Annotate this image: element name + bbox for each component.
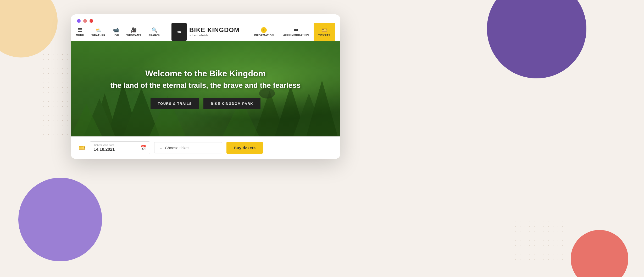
hero-subtitle: the land of the eternal trails, the brav… xyxy=(110,81,301,90)
nav-live-label: LIVE xyxy=(113,34,119,37)
nav-left: ☰ MENU ⛅ WEATHER 📹 LIVE 🎥 WEBCAMS 🔍 SEAR… xyxy=(76,27,160,37)
nav-live[interactable]: 📹 LIVE xyxy=(113,27,119,37)
bg-dots-bottom xyxy=(513,220,565,261)
ticket-bar: 🎫 Tickets valid from 14.10.2021 📅 ⌄ Choo… xyxy=(71,136,340,159)
nav-tickets-label: TICKETS xyxy=(318,34,330,37)
nav-information-label: INFORMATION xyxy=(254,34,274,37)
search-icon: 🔍 xyxy=(152,27,158,33)
ticket-choose-text: Choose ticket xyxy=(165,146,217,150)
browser-dot-orange xyxy=(83,19,87,23)
nav-weather[interactable]: ⛅ WEATHER xyxy=(91,27,105,37)
calendar-icon: 📅 xyxy=(140,145,146,151)
ticket-bar-icon: 🎫 xyxy=(79,145,86,151)
logo-letters: BK xyxy=(177,31,181,33)
tickets-icon: 🎫 xyxy=(321,27,327,33)
information-icon: i xyxy=(261,27,267,33)
bg-decoration-purple-top xyxy=(487,0,586,78)
logo-title: BIKE KINGDOM xyxy=(189,27,240,33)
hero-section: Welcome to the Bike Kingdom the land of … xyxy=(71,41,340,136)
bg-decoration-yellow xyxy=(0,0,58,57)
nav-weather-label: WEATHER xyxy=(91,34,105,37)
chevron-down-icon: ⌄ xyxy=(160,146,163,150)
nav-logo[interactable]: BK BIKE KINGDOM ✓ Lenzerheide xyxy=(171,23,240,41)
live-icon: 📹 xyxy=(113,27,119,33)
ticket-date-field[interactable]: Tickets valid from 14.10.2021 📅 xyxy=(90,141,150,154)
nav-webcams-label: WEBCAMS xyxy=(126,34,141,37)
nav-accommodation-label: ACCOMMODATION xyxy=(283,34,309,37)
logo-subtitle: ✓ Lenzerheide xyxy=(189,34,240,37)
bg-decoration-coral xyxy=(571,230,628,277)
tours-trails-button[interactable]: TOURS & TRAILS xyxy=(151,98,199,109)
main-nav: ☰ MENU ⛅ WEATHER 📹 LIVE 🎥 WEBCAMS 🔍 SEAR… xyxy=(71,23,340,41)
browser-chrome xyxy=(71,14,340,23)
ticket-date-label: Tickets valid from xyxy=(94,144,137,147)
hero-title: Welcome to the Bike Kingdom xyxy=(110,68,301,79)
nav-menu-label: MENU xyxy=(76,34,84,37)
browser-dot-purple xyxy=(77,19,81,23)
logo-text: BIKE KINGDOM ✓ Lenzerheide xyxy=(189,27,240,37)
webcams-icon: 🎥 xyxy=(131,27,137,33)
nav-search[interactable]: 🔍 SEARCH xyxy=(148,27,160,37)
logo-badge: BK xyxy=(171,23,187,41)
ticket-date-info: Tickets valid from 14.10.2021 xyxy=(94,144,137,152)
accommodation-icon: 🛏 xyxy=(293,27,298,33)
nav-webcams[interactable]: 🎥 WEBCAMS xyxy=(126,27,141,37)
ticket-date-value: 14.10.2021 xyxy=(94,147,115,152)
lenzerheide-icon: ✓ xyxy=(189,34,191,37)
ticket-choose-dropdown[interactable]: ⌄ Choose ticket xyxy=(154,142,222,153)
hero-content: Welcome to the Bike Kingdom the land of … xyxy=(100,68,311,109)
browser-window: ☰ MENU ⛅ WEATHER 📹 LIVE 🎥 WEBCAMS 🔍 SEAR… xyxy=(71,14,340,159)
browser-dot-red xyxy=(90,19,93,23)
buy-tickets-button[interactable]: Buy tickets xyxy=(226,142,263,154)
nav-accommodation[interactable]: 🛏 ACCOMMODATION xyxy=(279,23,314,41)
nav-tickets[interactable]: 🎫 TICKETS xyxy=(314,23,335,41)
weather-icon: ⛅ xyxy=(96,27,102,33)
nav-search-label: SEARCH xyxy=(148,34,160,37)
hero-buttons: TOURS & TRAILS BIKE KINGDOM PARK xyxy=(110,98,301,109)
nav-menu[interactable]: ☰ MENU xyxy=(76,27,84,37)
bike-kingdom-park-button[interactable]: BIKE KINGDOM PARK xyxy=(203,98,260,109)
nav-right: i INFORMATION 🛏 ACCOMMODATION 🎫 TICKETS xyxy=(249,23,335,41)
bg-decoration-purple-bottom xyxy=(18,178,102,261)
nav-information[interactable]: i INFORMATION xyxy=(249,23,278,41)
menu-icon: ☰ xyxy=(78,27,82,33)
